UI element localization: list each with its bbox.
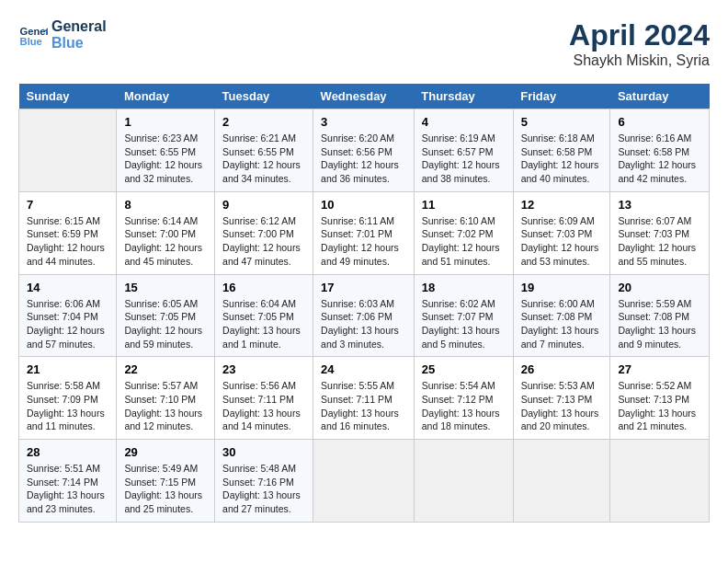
week-row-4: 21Sunrise: 5:58 AM Sunset: 7:09 PM Dayli…: [19, 357, 710, 440]
day-number: 26: [521, 362, 603, 376]
calendar-cell: 13Sunrise: 6:07 AM Sunset: 7:03 PM Dayli…: [610, 191, 710, 274]
calendar-table: SundayMondayTuesdayWednesdayThursdayFrid…: [18, 84, 710, 523]
day-number: 18: [422, 281, 506, 294]
calendar-cell: 8Sunrise: 6:14 AM Sunset: 7:00 PM Daylig…: [117, 191, 215, 274]
day-number: 19: [521, 281, 603, 294]
day-info: Sunrise: 5:52 AM Sunset: 7:13 PM Dayligh…: [618, 379, 701, 433]
day-info: Sunrise: 5:58 AM Sunset: 7:09 PM Dayligh…: [27, 379, 108, 433]
day-info: Sunrise: 6:07 AM Sunset: 7:03 PM Dayligh…: [618, 214, 701, 269]
subtitle: Shaykh Miskin, Syria: [569, 52, 710, 69]
day-number: 8: [124, 198, 207, 212]
weekday-header-sunday: Sunday: [19, 84, 117, 109]
day-number: 5: [521, 115, 603, 129]
main-title: April 2024: [569, 18, 710, 52]
calendar-cell: 10Sunrise: 6:11 AM Sunset: 7:01 PM Dayli…: [313, 191, 415, 274]
day-number: 13: [618, 198, 701, 212]
day-info: Sunrise: 6:20 AM Sunset: 6:56 PM Dayligh…: [321, 132, 406, 186]
day-info: Sunrise: 6:19 AM Sunset: 6:57 PM Dayligh…: [422, 132, 506, 186]
calendar-cell: 6Sunrise: 6:16 AM Sunset: 6:58 PM Daylig…: [610, 109, 710, 192]
day-number: 27: [618, 362, 701, 376]
svg-text:Blue: Blue: [20, 36, 42, 47]
calendar-cell: 14Sunrise: 6:06 AM Sunset: 7:04 PM Dayli…: [19, 274, 117, 357]
calendar-cell: 7Sunrise: 6:15 AM Sunset: 6:59 PM Daylig…: [19, 191, 117, 274]
day-number: 1: [124, 115, 207, 129]
day-number: 24: [321, 362, 406, 376]
calendar-cell: 1Sunrise: 6:23 AM Sunset: 6:55 PM Daylig…: [117, 109, 215, 192]
day-number: 17: [321, 281, 406, 294]
logo-icon: General Blue: [18, 20, 48, 50]
calendar-cell: 30Sunrise: 5:48 AM Sunset: 7:16 PM Dayli…: [215, 440, 313, 523]
day-info: Sunrise: 6:16 AM Sunset: 6:58 PM Dayligh…: [618, 132, 701, 186]
day-info: Sunrise: 6:00 AM Sunset: 7:08 PM Dayligh…: [521, 297, 603, 351]
day-number: 14: [27, 281, 108, 294]
weekday-header-saturday: Saturday: [610, 84, 710, 109]
day-info: Sunrise: 6:04 AM Sunset: 7:05 PM Dayligh…: [222, 297, 305, 351]
day-info: Sunrise: 5:51 AM Sunset: 7:14 PM Dayligh…: [27, 462, 108, 516]
svg-text:General: General: [20, 26, 48, 37]
logo-blue: Blue: [51, 35, 107, 52]
calendar-cell: 18Sunrise: 6:02 AM Sunset: 7:07 PM Dayli…: [414, 274, 513, 357]
weekday-header-thursday: Thursday: [414, 84, 513, 109]
day-info: Sunrise: 6:10 AM Sunset: 7:02 PM Dayligh…: [422, 214, 506, 269]
calendar-cell: 12Sunrise: 6:09 AM Sunset: 7:03 PM Dayli…: [513, 191, 610, 274]
day-info: Sunrise: 6:14 AM Sunset: 7:00 PM Dayligh…: [124, 214, 207, 269]
calendar-cell: 29Sunrise: 5:49 AM Sunset: 7:15 PM Dayli…: [117, 440, 215, 523]
day-number: 12: [521, 198, 603, 212]
calendar-cell: 17Sunrise: 6:03 AM Sunset: 7:06 PM Dayli…: [313, 274, 415, 357]
day-info: Sunrise: 6:21 AM Sunset: 6:55 PM Dayligh…: [222, 132, 305, 186]
calendar-cell: 11Sunrise: 6:10 AM Sunset: 7:02 PM Dayli…: [414, 191, 513, 274]
week-row-3: 14Sunrise: 6:06 AM Sunset: 7:04 PM Dayli…: [19, 274, 710, 357]
day-number: 23: [222, 362, 305, 376]
calendar-cell: 22Sunrise: 5:57 AM Sunset: 7:10 PM Dayli…: [117, 357, 215, 440]
day-number: 4: [422, 115, 506, 129]
day-number: 16: [222, 281, 305, 294]
day-number: 10: [321, 198, 406, 212]
day-number: 7: [27, 198, 108, 212]
day-info: Sunrise: 6:15 AM Sunset: 6:59 PM Dayligh…: [27, 214, 108, 269]
calendar-cell: 28Sunrise: 5:51 AM Sunset: 7:14 PM Dayli…: [19, 440, 117, 523]
day-number: 30: [222, 445, 305, 459]
day-number: 3: [321, 115, 406, 129]
calendar-cell: 23Sunrise: 5:56 AM Sunset: 7:11 PM Dayli…: [215, 357, 313, 440]
calendar-cell: 15Sunrise: 6:05 AM Sunset: 7:05 PM Dayli…: [117, 274, 215, 357]
calendar-cell: 16Sunrise: 6:04 AM Sunset: 7:05 PM Dayli…: [215, 274, 313, 357]
calendar-cell: 3Sunrise: 6:20 AM Sunset: 6:56 PM Daylig…: [313, 109, 415, 192]
day-number: 21: [27, 362, 108, 376]
day-info: Sunrise: 6:06 AM Sunset: 7:04 PM Dayligh…: [27, 297, 108, 351]
title-area: April 2024 Shaykh Miskin, Syria: [569, 18, 710, 69]
day-info: Sunrise: 6:18 AM Sunset: 6:58 PM Dayligh…: [521, 132, 603, 186]
calendar-cell: 24Sunrise: 5:55 AM Sunset: 7:11 PM Dayli…: [313, 357, 415, 440]
day-info: Sunrise: 5:57 AM Sunset: 7:10 PM Dayligh…: [124, 379, 207, 433]
weekday-header-monday: Monday: [117, 84, 215, 109]
day-info: Sunrise: 6:02 AM Sunset: 7:07 PM Dayligh…: [422, 297, 506, 351]
weekday-header-friday: Friday: [513, 84, 610, 109]
calendar-cell: 25Sunrise: 5:54 AM Sunset: 7:12 PM Dayli…: [414, 357, 513, 440]
calendar-cell: 2Sunrise: 6:21 AM Sunset: 6:55 PM Daylig…: [215, 109, 313, 192]
calendar-cell: 21Sunrise: 5:58 AM Sunset: 7:09 PM Dayli…: [19, 357, 117, 440]
day-number: 20: [618, 281, 701, 294]
page-header: General Blue General Blue April 2024 Sha…: [18, 18, 710, 69]
day-info: Sunrise: 5:55 AM Sunset: 7:11 PM Dayligh…: [321, 379, 406, 433]
day-info: Sunrise: 5:59 AM Sunset: 7:08 PM Dayligh…: [618, 297, 701, 351]
day-info: Sunrise: 5:49 AM Sunset: 7:15 PM Dayligh…: [124, 462, 207, 516]
day-number: 29: [124, 445, 207, 459]
week-row-5: 28Sunrise: 5:51 AM Sunset: 7:14 PM Dayli…: [19, 440, 710, 523]
calendar-cell: 5Sunrise: 6:18 AM Sunset: 6:58 PM Daylig…: [513, 109, 610, 192]
calendar-cell: 19Sunrise: 6:00 AM Sunset: 7:08 PM Dayli…: [513, 274, 610, 357]
logo: General Blue General Blue: [18, 18, 107, 51]
day-info: Sunrise: 6:03 AM Sunset: 7:06 PM Dayligh…: [321, 297, 406, 351]
day-number: 2: [222, 115, 305, 129]
day-number: 9: [222, 198, 305, 212]
calendar-cell: [513, 440, 610, 523]
weekday-header-row: SundayMondayTuesdayWednesdayThursdayFrid…: [19, 84, 710, 109]
logo-general: General: [51, 18, 107, 35]
day-info: Sunrise: 6:09 AM Sunset: 7:03 PM Dayligh…: [521, 214, 603, 269]
weekday-header-wednesday: Wednesday: [313, 84, 415, 109]
day-number: 6: [618, 115, 701, 129]
calendar-cell: 9Sunrise: 6:12 AM Sunset: 7:00 PM Daylig…: [215, 191, 313, 274]
week-row-2: 7Sunrise: 6:15 AM Sunset: 6:59 PM Daylig…: [19, 191, 710, 274]
calendar-cell: 20Sunrise: 5:59 AM Sunset: 7:08 PM Dayli…: [610, 274, 710, 357]
day-info: Sunrise: 6:05 AM Sunset: 7:05 PM Dayligh…: [124, 297, 207, 351]
calendar-cell: 27Sunrise: 5:52 AM Sunset: 7:13 PM Dayli…: [610, 357, 710, 440]
day-info: Sunrise: 5:54 AM Sunset: 7:12 PM Dayligh…: [422, 379, 506, 433]
